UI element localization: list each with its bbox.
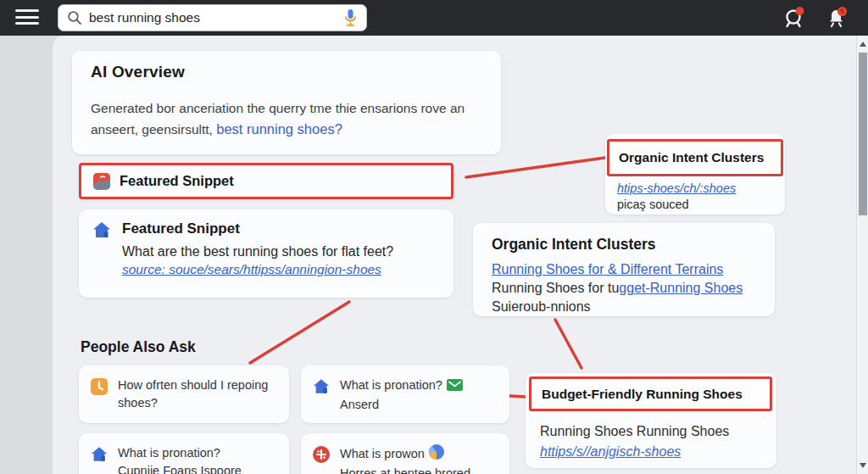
target-icon xyxy=(313,446,330,463)
paa-question-line1: How ofrten should I repoing xyxy=(118,376,268,394)
scroll-down-arrow[interactable] xyxy=(860,463,866,468)
paa-question-line2: shoes? xyxy=(118,394,268,412)
ai-overview-title: AI Overview xyxy=(91,63,482,81)
people-also-ask-heading: People Also Ask xyxy=(81,338,196,356)
search-bar[interactable] xyxy=(58,4,367,31)
topbar xyxy=(0,0,868,36)
featured-snippet-card: Featured Snippet What are the best runni… xyxy=(79,209,453,298)
envelope-icon xyxy=(447,378,463,396)
organic-intent-top-title: Organic Intent Clusters xyxy=(619,150,764,165)
organic-intent-top-caption: picaş souced xyxy=(617,197,736,213)
search-alert-icon[interactable] xyxy=(782,5,807,31)
ai-overview-query-link[interactable]: best running shoes? xyxy=(216,121,342,137)
paa-question-line1: What is pronation? xyxy=(340,378,442,392)
paa-question-line1: What is pronation? xyxy=(118,444,242,462)
organic-intent-line-3: Suieroub-nnions xyxy=(492,298,756,316)
paa-question: What is pronation? Anserd xyxy=(340,376,463,414)
clock-icon xyxy=(91,378,108,395)
paa-card-1[interactable]: How ofrten should I repoing shoes? xyxy=(79,365,289,423)
featured-snippet-app-icon xyxy=(93,173,110,190)
paa-question: How ofrten should I repoing shoes? xyxy=(118,376,268,412)
organic-intent-line-2: Running Shoes for tugget-Running Shoes xyxy=(492,279,756,298)
featured-snippet-question: What are the best running shoes for flat… xyxy=(122,244,440,259)
organic-intent-title: Organic Intent Clusters xyxy=(492,236,756,254)
organic-intent-top-link[interactable]: htips-shoes/ch/:shoes xyxy=(617,181,736,197)
featured-snippet-annotation-label: Featured Snippet xyxy=(120,173,234,189)
budget-line: Running Shoes Running Shoes xyxy=(540,421,729,442)
scrollbar-thumb[interactable] xyxy=(859,53,867,215)
paa-question-line1: What is prowon xyxy=(340,447,425,460)
ai-overview-card: AI Overview Generated bor anceriation th… xyxy=(72,51,501,154)
featured-snippet-title: Featured Snippet xyxy=(122,220,240,237)
notification-bell-icon[interactable] xyxy=(824,5,849,31)
notification-badge xyxy=(796,7,804,15)
search-icon xyxy=(67,10,82,25)
organic-intent-link-1[interactable]: Running Shoes for & Different Terrains xyxy=(492,260,756,279)
home-icon xyxy=(91,446,108,462)
paa-question-line2: Anserd xyxy=(340,396,463,414)
microphone-icon[interactable] xyxy=(343,8,358,28)
paa-question: What is pronation? Cupnije Foans Ispoore xyxy=(118,444,242,474)
budget-annotation-box: Budget-Friendly Running Shoes xyxy=(529,376,772,411)
search-input[interactable] xyxy=(89,10,343,25)
paa-card-3[interactable]: What is pronation? Cupnije Foans Ispoore xyxy=(79,433,289,474)
hamburger-menu-button[interactable] xyxy=(15,9,39,26)
home-icon xyxy=(92,221,111,238)
screen: AI Overview Generated bor anceriation th… xyxy=(0,0,868,474)
organic-intent-top-card: Organic Intent Clusters htips-shoes/ch/:… xyxy=(605,134,785,215)
organic-intent-annotation-box: Organic Intent Clusters xyxy=(607,139,783,176)
organic-intent-line-2-text: Running Shoes for tu xyxy=(492,281,619,295)
scroll-up-arrow[interactable] xyxy=(860,42,866,47)
paa-question-line2: Cupnije Foans Ispoore xyxy=(118,462,242,474)
home-icon xyxy=(313,378,330,394)
budget-link[interactable]: httips/s//anjgisch-shoes xyxy=(540,444,681,459)
budget-title: Budget-Friendly Running Shoes xyxy=(542,387,743,402)
paa-question-line2: Horres at hentee brored xyxy=(340,465,470,474)
organic-intent-card: Organic Intent Clusters Running Shoes fo… xyxy=(473,223,775,316)
featured-snippet-source-link[interactable]: source: souce/sears/httipss/anningion-sh… xyxy=(122,262,381,277)
paa-question: What is prowon Horres at hentee brored xyxy=(340,444,470,474)
pie-chart-icon xyxy=(429,444,444,465)
organic-intent-link-2[interactable]: gget-Running Shoes xyxy=(619,281,743,295)
ai-overview-body: Generated bor anceriation the querry tme… xyxy=(91,98,482,140)
featured-snippet-annotation-box: Featured Snippet xyxy=(79,163,453,199)
paa-card-4[interactable]: What is prowon Horres at hentee brored xyxy=(301,433,509,474)
scrollbar[interactable] xyxy=(856,36,868,474)
budget-friendly-card: Budget-Friendly Running Shoes Running Sh… xyxy=(526,373,776,468)
paa-card-2[interactable]: What is pronation? Anserd xyxy=(301,365,509,423)
